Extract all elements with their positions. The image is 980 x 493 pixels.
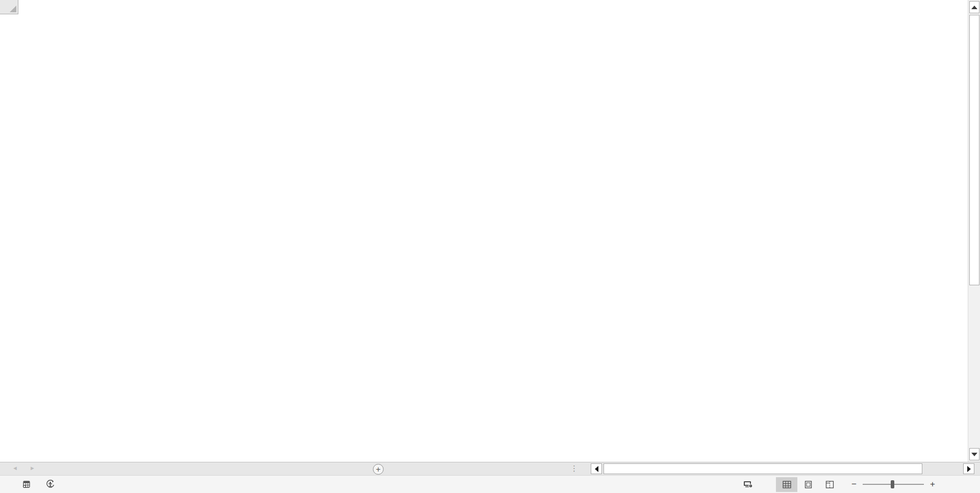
status-bar-left bbox=[0, 480, 58, 489]
page-break-preview-button[interactable] bbox=[819, 477, 840, 492]
display-settings-button[interactable] bbox=[743, 480, 757, 488]
macro-record-icon[interactable] bbox=[22, 480, 31, 488]
spreadsheet-grid bbox=[0, 0, 968, 462]
scroll-up-button[interactable] bbox=[969, 1, 979, 13]
page-layout-view-icon bbox=[804, 481, 813, 488]
page-break-preview-icon bbox=[825, 481, 834, 488]
plus-icon: + bbox=[376, 465, 381, 474]
select-all-triangle-icon bbox=[10, 6, 16, 12]
sheet-nav-next-icon[interactable]: ► bbox=[30, 465, 35, 471]
page-layout-view-button[interactable] bbox=[797, 477, 819, 492]
sheet-nav-previous-icon[interactable]: ◄ bbox=[12, 465, 18, 471]
scroll-down-button[interactable] bbox=[969, 448, 979, 460]
status-bar-right: − + bbox=[743, 477, 980, 492]
display-settings-icon bbox=[743, 480, 753, 488]
zoom-slider[interactable] bbox=[863, 484, 924, 485]
view-shortcuts bbox=[776, 477, 840, 492]
excel-window: ◄ ► + ⋮ bbox=[0, 0, 980, 493]
vertical-scrollbar[interactable] bbox=[968, 0, 980, 462]
cells-area bbox=[18, 14, 968, 462]
horizontal-scrollbar-thumb[interactable] bbox=[604, 463, 922, 474]
left-arrow-icon bbox=[595, 466, 598, 472]
zoom-controls: − + bbox=[850, 479, 936, 489]
sheet-tab-bar: ◄ ► + ⋮ bbox=[0, 462, 980, 475]
scroll-right-button[interactable] bbox=[963, 463, 974, 474]
down-arrow-icon bbox=[971, 453, 977, 456]
normal-view-icon bbox=[783, 481, 791, 488]
right-arrow-icon bbox=[967, 466, 971, 472]
new-sheet-button[interactable]: + bbox=[373, 464, 384, 475]
scroll-left-button[interactable] bbox=[591, 463, 602, 474]
zoom-in-button[interactable]: + bbox=[929, 479, 936, 489]
normal-view-button[interactable] bbox=[776, 477, 797, 492]
accessibility-checker-icon[interactable] bbox=[46, 480, 55, 489]
horizontal-scrollbar[interactable] bbox=[591, 463, 976, 474]
up-arrow-icon bbox=[971, 6, 977, 9]
select-all-button[interactable] bbox=[0, 0, 18, 14]
vertical-scrollbar-thumb[interactable] bbox=[969, 15, 979, 285]
status-bar: − + bbox=[0, 475, 980, 493]
zoom-out-button[interactable]: − bbox=[850, 479, 858, 489]
tab-scroll-grip-icon[interactable]: ⋮ bbox=[570, 464, 578, 473]
zoom-slider-thumb[interactable] bbox=[891, 480, 894, 488]
